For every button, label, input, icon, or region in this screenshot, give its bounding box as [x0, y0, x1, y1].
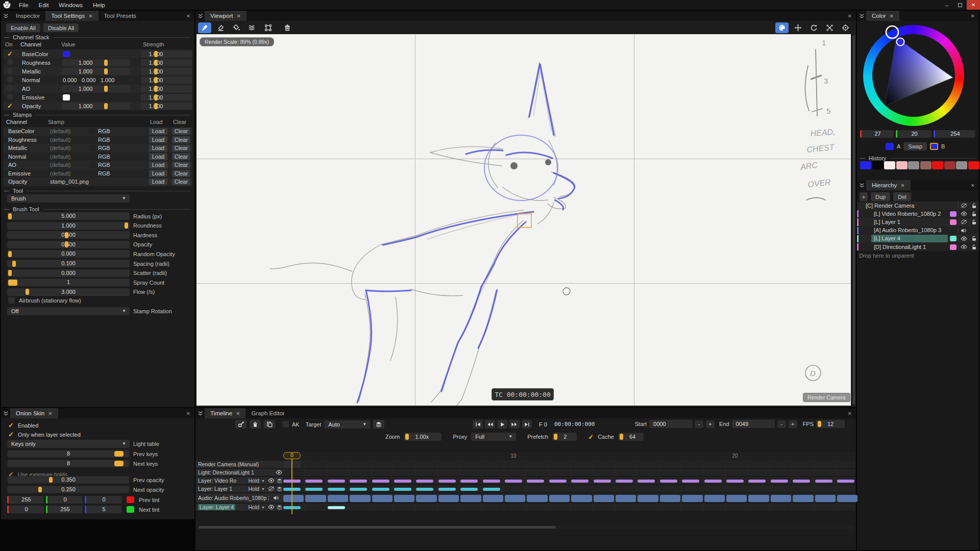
delete-strokes-button[interactable]	[281, 22, 294, 33]
history-swatch[interactable]	[920, 161, 932, 169]
checkbox[interactable]	[7, 68, 13, 73]
target-select[interactable]: Auto	[324, 420, 370, 429]
clear-stamp-button[interactable]: Clear	[172, 145, 190, 152]
slider-handle[interactable]	[8, 280, 17, 286]
history-swatch[interactable]	[884, 161, 895, 169]
lock-toggle[interactable]	[969, 211, 979, 217]
hierarchy-item[interactable]: [C] Render Camera	[857, 202, 979, 210]
keyframe-bar[interactable]	[372, 488, 389, 491]
value-slider[interactable]: 1.000	[62, 59, 130, 66]
history-swatch[interactable]	[944, 161, 955, 169]
slider-handle[interactable]	[104, 103, 108, 109]
slider-handle[interactable]	[154, 68, 158, 74]
channel-on-toggle[interactable]	[7, 59, 22, 66]
drawing-canvas[interactable]: 1 3 5 HEAD, CHEST ARC OVER D Render Scal…	[197, 34, 851, 406]
clear-stamp-button[interactable]: Clear	[172, 170, 190, 177]
load-stamp-button[interactable]: Load	[149, 153, 167, 160]
audio-clip-block[interactable]	[483, 495, 503, 502]
keyframe-bar[interactable]	[305, 488, 323, 491]
clear-stamp-button[interactable]: Clear	[172, 128, 190, 135]
checkbox[interactable]	[7, 94, 13, 99]
only-when-selected-checkbox[interactable]: ✓	[8, 431, 14, 438]
rewind-button[interactable]	[485, 420, 495, 429]
keyframe-bar[interactable]	[460, 488, 478, 491]
panel-close-icon[interactable]: ✕	[186, 13, 190, 19]
slider-handle[interactable]	[38, 487, 42, 492]
duplicate-layer-button[interactable]: Dup	[871, 192, 890, 201]
keyframe-bar[interactable]	[771, 480, 788, 483]
channel-on-toggle[interactable]	[7, 68, 22, 74]
audio-clip-block[interactable]	[748, 495, 769, 502]
strength-slider[interactable]: 1.000	[141, 94, 192, 101]
prefetch-slider[interactable]: 2	[552, 433, 577, 441]
audio-clip-block[interactable]	[350, 495, 370, 502]
checkbox[interactable]	[7, 77, 13, 82]
next-tint-b-field[interactable]: 5	[85, 506, 121, 513]
keyframe-bar[interactable]	[328, 488, 345, 491]
brush-slider[interactable]: 0.000	[7, 269, 130, 277]
slider-handle[interactable]	[154, 103, 158, 109]
strength-slider[interactable]: 1.000	[141, 68, 192, 75]
lock-toggle[interactable]	[969, 203, 979, 209]
enabled-checkbox[interactable]: ✓	[8, 421, 14, 429]
light-table-select[interactable]: Keys only	[7, 440, 130, 448]
menu-edit[interactable]: Edit	[34, 2, 54, 8]
history-swatch[interactable]	[956, 161, 967, 169]
start-frame-field[interactable]: 0000	[649, 420, 692, 428]
chevron-down-icon[interactable]: ▼	[261, 487, 265, 491]
audio-clip-block[interactable]	[793, 495, 813, 502]
lock-toggle[interactable]	[969, 244, 979, 250]
keyframe-bar[interactable]	[438, 480, 456, 483]
color-swatch[interactable]	[63, 94, 70, 101]
menu-help[interactable]: Help	[88, 2, 110, 8]
tab-graph-editor[interactable]: Graph Editor	[246, 408, 290, 418]
audio-clip-block[interactable]	[837, 495, 857, 502]
hierarchy-item[interactable]: [A] Audio Roberto_1080p 3	[857, 227, 979, 235]
end-frame-field[interactable]: 0049	[732, 420, 775, 428]
channel-on-toggle[interactable]: ✓	[7, 50, 22, 58]
eye-toggle[interactable]	[268, 478, 275, 483]
strength-slider[interactable]: 1.000	[141, 77, 192, 84]
timeline-zoom-slider[interactable]: 1.00x	[404, 433, 442, 441]
audio-clip-block[interactable]	[505, 495, 525, 502]
slider-handle[interactable]	[8, 270, 12, 276]
delete-key-button[interactable]	[250, 420, 261, 429]
track-name-cell[interactable]: Layer: Layer 1Hold▼	[195, 485, 282, 492]
play-button[interactable]	[497, 420, 507, 429]
move-tool-button[interactable]	[791, 22, 804, 33]
hierarchy-item[interactable]: [L] Layer 1	[857, 218, 979, 226]
brush-slider[interactable]: 0.100	[7, 260, 130, 267]
keyframe-bar[interactable]	[505, 480, 522, 483]
tab-close-icon[interactable]: ✕	[237, 13, 241, 19]
track-hold-mode[interactable]: Hold	[248, 486, 259, 492]
slider-handle[interactable]	[104, 60, 108, 66]
audio-clip-block[interactable]	[549, 495, 570, 502]
airbrush-checkbox[interactable]	[8, 297, 15, 304]
tab-hierarchy[interactable]: Hierarchy✕	[866, 180, 911, 190]
brush-tool-button[interactable]	[198, 22, 211, 33]
load-stamp-button[interactable]: Load	[149, 136, 167, 143]
keyframe-bar[interactable]	[394, 480, 411, 483]
color-a-swatch[interactable]	[886, 143, 894, 150]
keyframe-bar[interactable]	[350, 488, 367, 491]
scale-tool-button[interactable]	[823, 22, 836, 33]
layers-icon[interactable]	[277, 478, 282, 484]
scrollbar-thumb[interactable]	[199, 526, 556, 529]
channel-on-toggle[interactable]	[7, 77, 22, 83]
keyframe-bar[interactable]	[815, 480, 832, 483]
playhead-badge[interactable]: 0	[283, 452, 301, 459]
pivot-tool-button[interactable]	[839, 22, 852, 33]
slider-handle[interactable]	[154, 77, 158, 83]
red-field[interactable]: 27	[860, 130, 894, 138]
next-tint-g-field[interactable]: 255	[46, 506, 83, 513]
track-lane[interactable]	[282, 485, 855, 492]
slider-handle[interactable]	[114, 451, 124, 457]
prev-keys-slider[interactable]: 8	[7, 450, 130, 458]
color-swatch[interactable]	[63, 51, 70, 57]
keyframe-bar[interactable]	[372, 480, 389, 483]
eye-toggle[interactable]	[268, 505, 275, 510]
slider-handle[interactable]	[405, 434, 409, 440]
chevron-down-icon[interactable]: ▼	[261, 479, 265, 483]
audio-clip-block[interactable]	[771, 495, 791, 502]
disable-all-button[interactable]: Disable All	[43, 23, 79, 32]
